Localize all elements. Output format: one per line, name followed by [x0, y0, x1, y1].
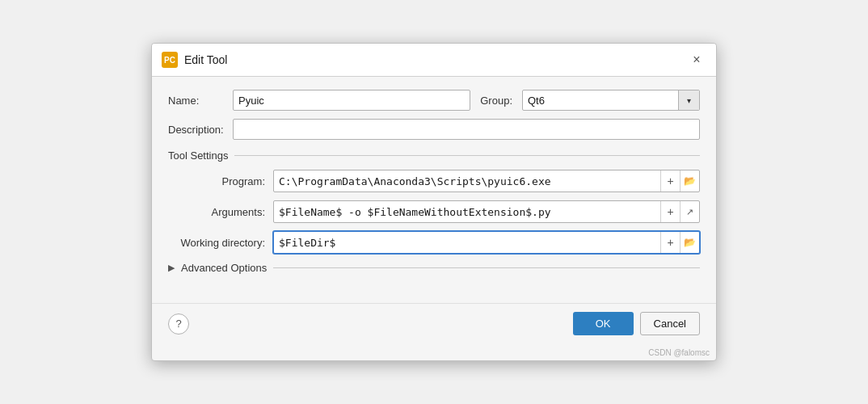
working-dir-add-button[interactable]: +	[660, 232, 680, 253]
cancel-button[interactable]: Cancel	[640, 312, 700, 335]
group-label: Group:	[480, 95, 512, 107]
working-dir-input-wrap: + 📂	[273, 231, 700, 254]
plus-icon: +	[667, 205, 673, 218]
advanced-divider	[273, 267, 700, 268]
plus-icon: +	[667, 236, 673, 249]
program-input-wrap: + 📂	[273, 170, 700, 192]
footer-buttons: OK Cancel	[573, 312, 700, 335]
ok-button[interactable]: OK	[573, 312, 634, 335]
folder-icon: 📂	[684, 237, 696, 248]
title-bar: PC Edit Tool ×	[152, 44, 716, 77]
tool-settings-title: Tool Settings	[168, 149, 228, 162]
working-dir-label: Working directory:	[168, 237, 273, 249]
close-button[interactable]: ×	[687, 50, 706, 69]
app-icon: PC	[162, 52, 178, 68]
arguments-add-button[interactable]: +	[660, 201, 680, 222]
advanced-options-label: Advanced Options	[181, 262, 267, 274]
advanced-expand-icon[interactable]: ▶	[168, 263, 175, 273]
plus-icon: +	[667, 175, 673, 187]
arguments-input-wrap: + ↗	[273, 200, 700, 223]
dialog-footer: ? OK Cancel	[152, 303, 716, 347]
group-dropdown-button[interactable]: ▾	[678, 90, 699, 110]
program-input[interactable]	[274, 174, 660, 189]
group-input[interactable]	[523, 93, 678, 108]
description-row: Description:	[168, 119, 700, 140]
edit-tool-dialog: PC Edit Tool × Name: Group: ▾ Descri	[151, 43, 717, 361]
program-label: Program:	[168, 175, 273, 187]
section-divider	[234, 155, 700, 156]
program-add-button[interactable]: +	[660, 170, 680, 191]
tool-settings-header: Tool Settings	[168, 149, 700, 162]
arguments-label: Arguments:	[168, 206, 273, 218]
name-group-wrap: Group: ▾	[233, 90, 700, 111]
name-input[interactable]	[233, 90, 470, 111]
arguments-row: Arguments: + ↗	[168, 200, 700, 223]
dialog-body: Name: Group: ▾ Description: Tool Setting…	[152, 77, 716, 295]
arguments-input[interactable]	[274, 204, 660, 220]
description-input[interactable]	[233, 119, 700, 140]
watermark: CSDN @falomsc	[152, 347, 716, 360]
arguments-expand-button[interactable]: ↗	[680, 201, 699, 222]
name-group-row: Name: Group: ▾	[168, 90, 700, 111]
program-folder-button[interactable]: 📂	[680, 170, 699, 191]
program-row: Program: + 📂	[168, 170, 700, 192]
folder-icon: 📂	[684, 175, 696, 187]
group-select-wrap: ▾	[522, 90, 700, 111]
advanced-options-row: ▶ Advanced Options	[168, 262, 700, 274]
name-label: Name:	[168, 95, 233, 107]
title-left: PC Edit Tool	[162, 52, 227, 68]
working-dir-folder-button[interactable]: 📂	[680, 232, 699, 253]
chevron-down-icon: ▾	[687, 96, 691, 105]
help-button[interactable]: ?	[168, 314, 189, 335]
expand-icon: ↗	[686, 207, 693, 217]
working-dir-row: Working directory: + 📂	[168, 231, 700, 254]
description-label: Description:	[168, 124, 233, 136]
working-dir-input[interactable]	[274, 235, 660, 250]
dialog-title: Edit Tool	[184, 53, 227, 66]
